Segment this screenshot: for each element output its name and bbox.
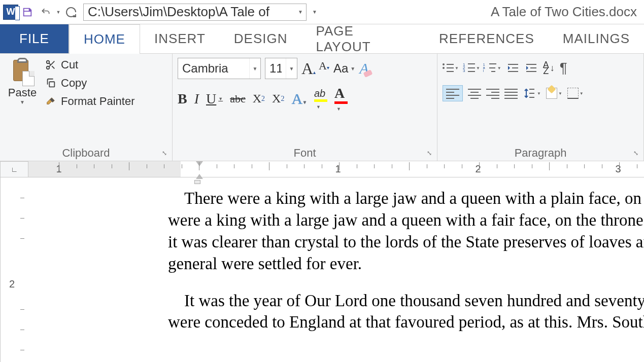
qat-customize-dropdown[interactable]: ▼: [310, 9, 320, 15]
shading-button[interactable]: ▼: [546, 88, 562, 99]
copy-icon: [44, 76, 58, 90]
tab-references[interactable]: REFERENCES: [425, 24, 549, 53]
tab-page-layout[interactable]: PAGE LAYOUT: [301, 24, 425, 53]
decrease-indent-button[interactable]: [506, 63, 520, 73]
body-text[interactable]: There were a king with a large jaw and a…: [168, 188, 644, 209]
bullets-button[interactable]: ▼: [443, 63, 459, 73]
scissors-icon: [44, 58, 58, 72]
svg-point-0: [47, 61, 50, 64]
show-marks-button[interactable]: ¶: [560, 60, 567, 76]
superscript-button[interactable]: X2: [272, 92, 284, 105]
format-painter-button[interactable]: Format Painter: [44, 94, 135, 108]
group-clipboard: Paste ▼ Cut Copy: [0, 54, 173, 161]
file-path-input[interactable]: ▼: [83, 4, 307, 21]
clear-formatting-button[interactable]: A: [359, 60, 368, 77]
borders-button[interactable]: ▼: [567, 88, 584, 99]
line-spacing-button[interactable]: ▼: [523, 87, 541, 99]
body-text[interactable]: It was the year of Our Lord one thousand…: [168, 290, 644, 312]
tab-insert[interactable]: INSERT: [140, 24, 220, 53]
change-case-button[interactable]: Aa▼: [333, 61, 355, 76]
file-path-dropdown[interactable]: ▼: [295, 9, 306, 15]
format-painter-label: Format Painter: [61, 95, 135, 108]
shrink-font-button[interactable]: A▾: [319, 59, 329, 78]
hanging-indent-marker[interactable]: [196, 174, 203, 179]
group-paragraph: ▼ 123▼ 1ai▼ AZ ↓ ¶: [437, 54, 644, 161]
document-title: A Tale of Two Cities.docx: [491, 4, 637, 20]
document-area: 2 There were a king with a large jaw and…: [0, 177, 644, 362]
ribbon: Paste ▼ Cut Copy: [0, 54, 644, 161]
paste-icon[interactable]: [10, 58, 35, 86]
svg-rect-2: [49, 82, 54, 87]
ruler-num: 1: [335, 163, 341, 175]
group-label-clipboard: Clipboard: [5, 143, 167, 160]
underline-button[interactable]: U▼: [206, 91, 223, 107]
font-size-field[interactable]: [265, 58, 286, 79]
numbering-button[interactable]: 123▼: [464, 63, 480, 73]
group-font: ▼ ▼ A▴ A▾ Aa▼ A B I U▼ abc X2 X2 A▼ ab▼ …: [173, 54, 437, 161]
ruler-num: 2: [475, 163, 481, 175]
paste-dropdown[interactable]: ▼: [20, 99, 25, 105]
body-text[interactable]: it was clearer than crystal to the lords…: [168, 231, 644, 253]
group-label-paragraph: Paragraph: [443, 143, 638, 160]
redo-button[interactable]: [62, 3, 80, 21]
font-name-field[interactable]: [178, 58, 249, 79]
align-justify-button[interactable]: [504, 89, 518, 98]
first-line-indent-marker[interactable]: [196, 161, 203, 166]
ruler-num: 3: [615, 163, 621, 175]
font-name-combo[interactable]: ▼: [178, 58, 261, 79]
left-indent-marker[interactable]: [194, 180, 200, 184]
copy-label: Copy: [61, 77, 87, 90]
align-right-button[interactable]: [486, 89, 499, 98]
font-name-dropdown[interactable]: ▼: [249, 58, 260, 79]
font-size-combo[interactable]: ▼: [265, 58, 297, 79]
tab-selector[interactable]: ∟: [0, 161, 28, 177]
body-text[interactable]: general were settled for ever.: [168, 253, 644, 275]
ribbon-tabs: FILE HOME INSERT DESIGN PAGE LAYOUT REFE…: [0, 24, 644, 54]
increase-indent-button[interactable]: [525, 63, 538, 73]
svg-point-1: [47, 66, 50, 69]
align-left-button[interactable]: [443, 85, 463, 101]
cut-button[interactable]: Cut: [44, 58, 135, 72]
document-body[interactable]: There were a king with a large jaw and a…: [1, 177, 644, 362]
paragraph-launcher[interactable]: ⤡: [633, 150, 641, 158]
copy-button[interactable]: Copy: [44, 76, 135, 90]
tab-design[interactable]: DESIGN: [220, 24, 302, 53]
align-center-button[interactable]: [468, 89, 481, 98]
body-text[interactable]: were conceded to England at that favoure…: [168, 311, 644, 333]
tab-mailings[interactable]: MAILINGS: [549, 24, 644, 53]
italic-button[interactable]: I: [194, 91, 199, 107]
paste-button[interactable]: Paste: [8, 86, 37, 99]
vertical-ruler[interactable]: 2: [0, 177, 1, 362]
bold-button[interactable]: B: [178, 91, 187, 107]
horizontal-ruler[interactable]: ∟ 1 1 2 3: [0, 161, 644, 177]
tab-home[interactable]: HOME: [69, 24, 140, 54]
cut-label: Cut: [61, 58, 78, 71]
body-text[interactable]: were a king with a large jaw and a queen…: [168, 209, 644, 231]
subscript-button[interactable]: X2: [253, 92, 265, 105]
undo-button[interactable]: [37, 3, 55, 21]
grow-font-button[interactable]: A▴: [301, 59, 316, 78]
highlight-button[interactable]: ab▼: [314, 88, 327, 110]
clipboard-launcher[interactable]: ⤡: [162, 150, 170, 158]
sort-button[interactable]: AZ: [543, 62, 549, 74]
group-label-font: Font: [178, 143, 432, 160]
font-size-dropdown[interactable]: ▼: [286, 58, 297, 79]
text-effects-button[interactable]: A▼: [291, 90, 307, 107]
multilevel-list-button[interactable]: 1ai▼: [485, 63, 501, 73]
save-button[interactable]: [18, 3, 37, 21]
titlebar: W ▼ ▼ ▼ A Tale of Two Cities.docx: [0, 0, 644, 24]
font-color-button[interactable]: A▼: [334, 85, 348, 112]
undo-dropdown[interactable]: ▼: [55, 3, 62, 21]
strikethrough-button[interactable]: abc: [230, 92, 246, 105]
word-app-icon: W: [3, 5, 18, 20]
tab-file[interactable]: FILE: [0, 24, 69, 53]
brush-icon: [44, 94, 58, 108]
font-launcher[interactable]: ⤡: [427, 150, 435, 158]
file-path-field[interactable]: [84, 4, 295, 20]
sort-arrow-icon: ↓: [550, 65, 555, 71]
vruler-num: 2: [9, 278, 15, 290]
